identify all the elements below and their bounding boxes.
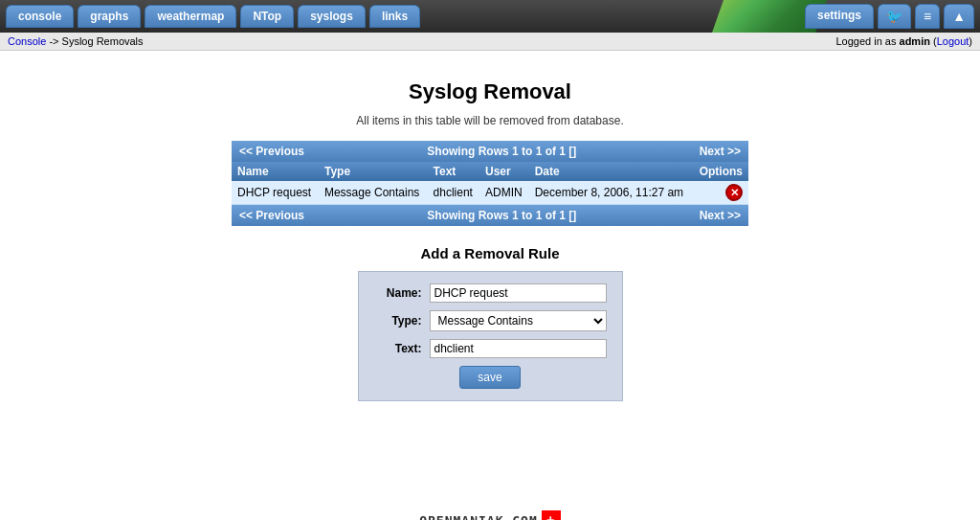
breadcrumb-separator: ->	[49, 35, 61, 47]
cell-type: Message Contains	[319, 181, 428, 205]
showing-rows-top: Showing Rows 1 to 1 of 1 []	[427, 145, 576, 158]
cell-name: DHCP request	[232, 181, 319, 205]
auth-prefix: Logged in as	[835, 35, 896, 47]
page-subtitle: All items in this table will be removed …	[10, 114, 970, 127]
removal-table-section: << Previous Showing Rows 1 to 1 of 1 [] …	[232, 141, 748, 226]
top-navigation: console graphs weathermap NTop syslogs l…	[0, 0, 980, 33]
prev-button-bottom[interactable]: << Previous	[239, 209, 304, 222]
nav-tab-graphs[interactable]: graphs	[78, 5, 141, 28]
breadcrumb-current: Syslog Removals	[62, 35, 144, 47]
removal-data-table: Name Type Text User Date Options DHCP re…	[232, 162, 748, 205]
add-rule-form: Name: Type: Message Contains Message Equ…	[358, 271, 623, 401]
cell-text: dhclient	[428, 181, 479, 205]
text-input[interactable]	[430, 339, 607, 358]
delete-button[interactable]: ✕	[725, 184, 743, 201]
name-input[interactable]	[430, 283, 607, 303]
footer: openmaniak.com +	[0, 491, 980, 520]
prev-button-top[interactable]: << Previous	[239, 145, 304, 158]
col-type: Type	[319, 162, 428, 181]
name-label: Name:	[374, 286, 422, 300]
col-date: Date	[529, 162, 693, 181]
add-rule-section: Add a Removal Rule Name: Type: Message C…	[10, 245, 970, 401]
nav-tab-ntop[interactable]: NTop	[240, 5, 294, 28]
nav-icon-bird[interactable]: 🐦	[878, 4, 911, 29]
text-label: Text:	[374, 342, 422, 355]
cell-date: December 8, 2006, 11:27 am	[529, 181, 693, 205]
type-label: Type:	[374, 314, 422, 328]
main-content: Syslog Removal All items in this table w…	[0, 51, 980, 491]
next-button-bottom[interactable]: Next >>	[700, 209, 741, 222]
col-text: Text	[428, 162, 479, 181]
next-button-top[interactable]: Next >>	[700, 145, 741, 158]
type-select[interactable]: Message Contains Message Equals Message …	[430, 310, 607, 331]
cell-user: ADMIN	[479, 181, 529, 205]
nav-icon-chart[interactable]: ▲	[944, 4, 974, 29]
col-name: Name	[232, 162, 319, 181]
col-user: User	[479, 162, 529, 181]
save-button[interactable]: save	[459, 366, 520, 389]
col-options: Options	[692, 162, 748, 181]
footer-brand-text: openmaniak.com	[419, 513, 538, 521]
text-row: Text:	[374, 339, 607, 358]
table-nav-top: << Previous Showing Rows 1 to 1 of 1 [] …	[232, 141, 748, 162]
type-row: Type: Message Contains Message Equals Me…	[374, 310, 607, 331]
page-title: Syslog Removal	[10, 79, 970, 104]
nav-tab-syslogs[interactable]: syslogs	[298, 5, 366, 28]
nav-tab-links[interactable]: links	[369, 5, 420, 28]
nav-tab-weathermap[interactable]: weathermap	[145, 5, 236, 28]
nav-icon-menu[interactable]: ≡	[915, 4, 940, 29]
name-row: Name:	[374, 283, 607, 303]
footer-brand: openmaniak.com +	[419, 510, 561, 520]
cell-options: ✕	[692, 181, 748, 205]
nav-tab-console[interactable]: console	[6, 5, 74, 28]
nav-tab-settings[interactable]: settings	[805, 4, 874, 29]
table-row: DHCP request Message Contains dhclient A…	[232, 181, 748, 205]
swiss-flag-icon: +	[542, 510, 561, 520]
logout-link[interactable]: Logout	[937, 35, 969, 47]
add-rule-title: Add a Removal Rule	[10, 245, 970, 261]
table-nav-bottom: << Previous Showing Rows 1 to 1 of 1 [] …	[232, 205, 748, 226]
breadcrumb-console-link[interactable]: Console	[8, 35, 46, 47]
breadcrumb-bar: Console -> Syslog Removals Logged in as …	[0, 33, 980, 51]
showing-rows-bottom: Showing Rows 1 to 1 of 1 []	[427, 209, 576, 222]
auth-username: admin	[900, 35, 930, 47]
